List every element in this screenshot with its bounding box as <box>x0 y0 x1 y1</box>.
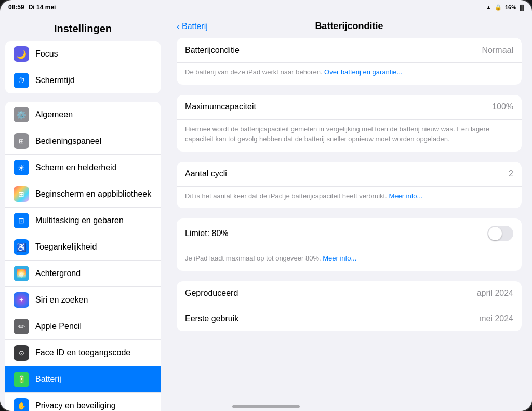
battery-percent: 16% <box>505 4 516 10</box>
back-button[interactable]: ‹ Batterij <box>177 22 208 31</box>
sidebar-group-2: ⚙️ Algemeen ⊞ Bedieningspaneel ☀ Scherm … <box>5 102 161 411</box>
faceid-icon: ⊙ <box>14 345 29 361</box>
cycli-link[interactable]: Meer info... <box>389 192 422 200</box>
sidebar-item-privacy[interactable]: ✋ Privacy en beveiliging <box>5 393 161 411</box>
sidebar-label-siri: Siri en zoeken <box>35 295 88 305</box>
sidebar: Instellingen 🌙 Focus ⏱ Schermtijd <box>0 15 166 411</box>
multitasking-icon: ⊡ <box>14 213 29 228</box>
conditie-link[interactable]: Over batterij en garantie... <box>324 68 402 76</box>
limiet-link[interactable]: Meer info... <box>323 254 356 262</box>
sidebar-label-scherm: Scherm en helderheid <box>35 163 117 172</box>
sidebar-item-beginscherm[interactable]: ⊞ Beginscherm en appbibliotheek <box>5 181 161 208</box>
capaciteit-description: Hiermee wordt de batterijcapaciteit geme… <box>177 120 522 152</box>
sidebar-item-batterij[interactable]: 🔋 Batterij <box>5 366 161 393</box>
sidebar-item-algemeen[interactable]: ⚙️ Algemeen <box>5 102 161 128</box>
eerste-gebruik-row: Eerste gebruik mei 2024 <box>177 306 522 331</box>
eerste-gebruik-value: mei 2024 <box>479 314 513 323</box>
sidebar-label-focus: Focus <box>35 49 58 59</box>
sidebar-label-faceid: Face ID en toegangscode <box>35 348 130 358</box>
cycli-description: Dit is het aantal keer dat de iPad je ba… <box>177 187 522 209</box>
sidebar-label-batterij: Batterij <box>35 375 61 384</box>
status-left: 08:59 Di 14 mei <box>8 4 56 11</box>
focus-icon: 🌙 <box>14 46 29 62</box>
cycli-row: Aantal cycli 2 <box>177 162 522 187</box>
sidebar-label-bedieningspaneel: Bedieningspaneel <box>35 136 101 146</box>
sidebar-item-bedieningspaneel[interactable]: ⊞ Bedieningspaneel <box>5 128 161 155</box>
detail-body: Batterijconditie Normaal De batterij van… <box>166 38 532 352</box>
limiet-toggle[interactable] <box>487 226 513 241</box>
capaciteit-value: 100% <box>492 102 513 112</box>
sidebar-item-achtergrond[interactable]: 🌅 Achtergrond <box>5 261 161 287</box>
sidebar-label-achtergrond: Achtergrond <box>35 269 81 278</box>
sidebar-item-scherm[interactable]: ☀ Scherm en helderheid <box>5 155 161 181</box>
privacy-icon: ✋ <box>14 398 29 411</box>
capaciteit-card: Maximumcapaciteit 100% Hiermee wordt de … <box>177 95 522 152</box>
sidebar-item-siri[interactable]: ✦ Siri en zoeken <box>5 287 161 313</box>
sidebar-item-multitasking[interactable]: ⊡ Multitasking en gebaren <box>5 208 161 234</box>
conditie-value: Normaal <box>482 46 513 55</box>
cycli-value: 2 <box>509 169 513 179</box>
schermtijd-icon: ⏱ <box>14 73 29 88</box>
main-content: Instellingen 🌙 Focus ⏱ Schermtijd <box>0 15 532 411</box>
cycli-label: Aantal cycli <box>185 169 227 179</box>
applepencil-icon: ✏ <box>14 319 29 334</box>
siri-icon: ✦ <box>14 292 29 308</box>
limiet-card: Limiet: 80% Je iPad laadt maximaal op to… <box>177 218 522 271</box>
wifi-icon: ▲ <box>486 4 491 10</box>
beginscherm-icon: ⊞ <box>14 186 29 202</box>
limiet-row: Limiet: 80% <box>177 218 522 249</box>
conditie-description: De batterij van deze iPad werkt naar beh… <box>177 63 522 85</box>
sidebar-label-toegankelijkheid: Toegankelijkheid <box>35 242 97 252</box>
sidebar-label-multitasking: Multitasking en gebaren <box>35 216 124 225</box>
limiet-label: Limiet: 80% <box>185 229 229 238</box>
sidebar-label-beginscherm: Beginscherm en appbibliotheek <box>35 189 151 199</box>
sidebar-item-schermtijd[interactable]: ⏱ Schermtijd <box>5 67 161 93</box>
bedieningspaneel-icon: ⊞ <box>14 133 29 149</box>
back-label: Batterij <box>182 22 208 31</box>
sidebar-title: Instellingen <box>0 15 166 41</box>
capaciteit-row: Maximumcapaciteit 100% <box>177 95 522 120</box>
ipad-frame: 08:59 Di 14 mei ▲ 🔒 16% ▓ Instellingen 🌙… <box>0 0 532 411</box>
sidebar-item-focus[interactable]: 🌙 Focus <box>5 41 161 67</box>
status-date: Di 14 mei <box>29 4 56 11</box>
status-time: 08:59 <box>8 4 24 11</box>
scherm-icon: ☀ <box>14 160 29 175</box>
geproduceerd-row: Geproduceerd april 2024 <box>177 281 522 306</box>
dates-card: Geproduceerd april 2024 Eerste gebruik m… <box>177 281 522 331</box>
sidebar-label-schermtijd: Schermtijd <box>35 76 75 85</box>
eerste-gebruik-label: Eerste gebruik <box>185 314 238 323</box>
sidebar-item-faceid[interactable]: ⊙ Face ID en toegangscode <box>5 340 161 366</box>
battery-icon: ▓ <box>520 4 524 10</box>
conditie-label: Batterijconditie <box>185 46 240 55</box>
limiet-description: Je iPad laadt maximaal op tot ongeveer 8… <box>177 249 522 271</box>
toggle-knob <box>488 227 502 240</box>
back-chevron-icon: ‹ <box>177 22 180 31</box>
sidebar-group-1: 🌙 Focus ⏱ Schermtijd <box>5 41 161 93</box>
batterij-icon: 🔋 <box>14 372 29 387</box>
sidebar-item-toegankelijkheid[interactable]: ♿ Toegankelijkheid <box>5 234 161 261</box>
cycli-card: Aantal cycli 2 Dit is het aantal keer da… <box>177 162 522 209</box>
conditie-card: Batterijconditie Normaal De batterij van… <box>177 38 522 85</box>
geproduceerd-label: Geproduceerd <box>185 289 238 298</box>
capaciteit-label: Maximumcapaciteit <box>185 102 256 112</box>
detail-pane: ‹ Batterij Batterijconditie Batterijcond… <box>166 15 532 411</box>
algemeen-icon: ⚙️ <box>14 107 29 122</box>
toegankelijkheid-icon: ♿ <box>14 239 29 255</box>
sidebar-label-privacy: Privacy en beveiliging <box>35 401 116 410</box>
status-bar: 08:59 Di 14 mei ▲ 🔒 16% ▓ <box>0 0 532 15</box>
sidebar-label-applepencil: Apple Pencil <box>35 322 82 331</box>
home-indicator <box>232 405 300 408</box>
geproduceerd-value: april 2024 <box>477 289 513 298</box>
sidebar-item-applepencil[interactable]: ✏ Apple Pencil <box>5 313 161 340</box>
lock-icon: 🔒 <box>495 4 502 11</box>
status-right: ▲ 🔒 16% ▓ <box>486 4 524 11</box>
sidebar-label-algemeen: Algemeen <box>35 110 73 119</box>
detail-header: ‹ Batterij Batterijconditie <box>166 15 532 38</box>
achtergrond-icon: 🌅 <box>14 266 29 281</box>
detail-title: Batterijconditie <box>208 21 490 32</box>
conditie-row: Batterijconditie Normaal <box>177 38 522 63</box>
